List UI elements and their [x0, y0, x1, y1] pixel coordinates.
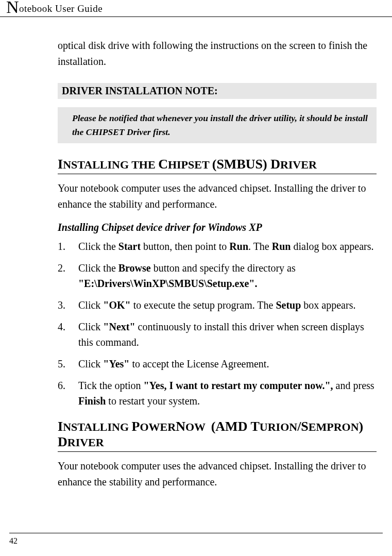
step-item: Click "Next" continuously to install thi…: [58, 319, 377, 350]
step-item: Click "OK" to execute the setup program.…: [58, 297, 377, 313]
note-box: Please be notified that whenever you ins…: [58, 107, 377, 143]
section-heading-text: INSTALLING POWERNOW (AMD TURION/SEMPRON)…: [58, 420, 363, 449]
step-item: Click the Browse button and specify the …: [58, 260, 377, 291]
section-heading-powernow: INSTALLING POWERNOW (AMD TURION/SEMPRON)…: [58, 419, 377, 452]
steps-list: Click the Start button, then point to Ru…: [58, 239, 377, 409]
step-item: Tick the option "Yes, I want to restart …: [58, 378, 377, 409]
header-title: Notebook User Guide: [6, 3, 386, 14]
note-heading: DRIVER INSTALLATION NOTE:: [58, 83, 377, 99]
note-text: Please be notified that whenever you ins…: [72, 111, 370, 139]
section-heading-chipset: INSTALLING THE CHIPSET (SMBUS) DRIVER: [58, 157, 377, 174]
page-number: 42: [9, 533, 383, 546]
step-item: Click "Yes" to accept the License Agreem…: [58, 356, 377, 372]
partial-paragraph: optical disk drive with following the in…: [58, 38, 377, 70]
step-item: Click the Start button, then point to Ru…: [58, 239, 377, 254]
page-header: Notebook User Guide: [0, 0, 392, 17]
header-title-rest: otebook User Guide: [19, 3, 103, 14]
sub-heading: Installing Chipset device driver for Win…: [58, 222, 377, 233]
section1-paragraph: Your notebook computer uses the advanced…: [58, 180, 377, 212]
section-heading-text: INSTALLING THE CHIPSET (SMBUS) DRIVER: [58, 158, 317, 171]
header-dropcap: N: [6, 0, 19, 16]
page-content: optical disk drive with following the in…: [0, 17, 392, 490]
section2-paragraph: Your notebook computer uses the advanced…: [58, 458, 377, 490]
